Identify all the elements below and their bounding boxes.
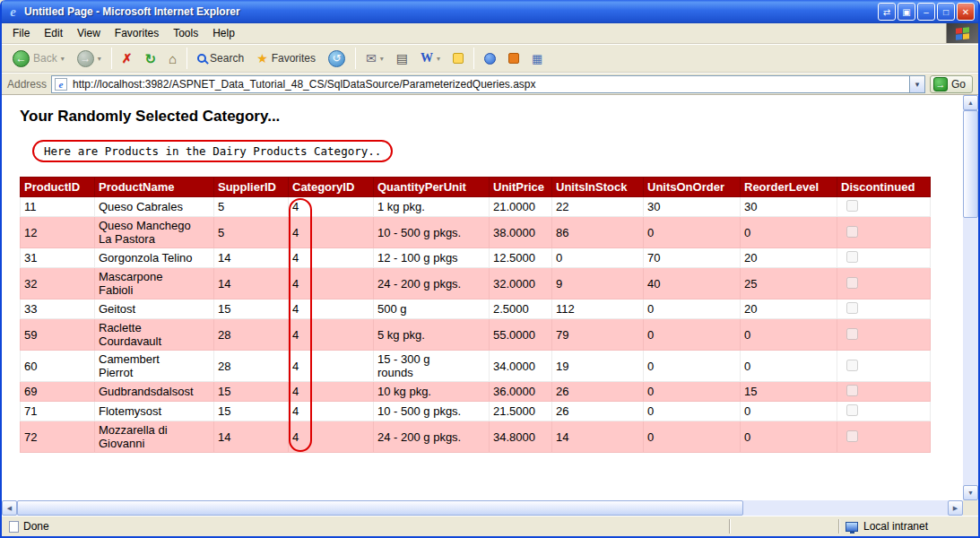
cell-productid: 71 bbox=[21, 402, 95, 421]
header-unitsinstock: UnitsInStock bbox=[552, 178, 644, 197]
cell-unitsinstock: 79 bbox=[552, 319, 644, 351]
home-button[interactable]: ⌂ bbox=[163, 49, 182, 68]
menu-view[interactable]: View bbox=[70, 25, 108, 41]
favorites-label: Favorites bbox=[272, 52, 316, 65]
address-input-container: e ▾ bbox=[51, 75, 925, 93]
close-button[interactable]: ✕ bbox=[957, 3, 975, 21]
cell-quantityperunit: 5 kg pkg. bbox=[374, 319, 490, 351]
cell-quantityperunit: 1 kg pkg. bbox=[374, 197, 490, 217]
stop-button[interactable]: ✗ bbox=[117, 49, 138, 67]
mail-dropdown-icon[interactable]: ▾ bbox=[380, 55, 384, 63]
window-restore-button[interactable]: ▣ bbox=[898, 3, 915, 21]
toolbar-separator bbox=[473, 48, 474, 69]
menu-bar: File Edit View Favorites Tools Help bbox=[2, 23, 978, 44]
stop-icon: ✗ bbox=[122, 52, 133, 65]
scroll-left-button[interactable]: ◀ bbox=[2, 500, 17, 516]
discontinued-checkbox bbox=[846, 302, 858, 314]
windows-flag-icon bbox=[956, 27, 969, 40]
address-bar: Address e ▾ → Go bbox=[2, 73, 978, 95]
cell-unitprice: 12.5000 bbox=[490, 248, 552, 268]
cell-discontinued bbox=[837, 402, 931, 421]
header-categoryid: CategoryID bbox=[289, 178, 374, 197]
research-button[interactable]: ▦ bbox=[526, 49, 548, 68]
vertical-scrollbar[interactable]: ▲ ▼ bbox=[963, 95, 978, 500]
table-row: 12Queso Manchego La Pastora5410 - 500 g … bbox=[21, 217, 931, 248]
discuss-button[interactable] bbox=[447, 50, 469, 66]
menu-help[interactable]: Help bbox=[205, 25, 242, 41]
cell-productname: Gudbrandsdalsost bbox=[95, 382, 214, 402]
cell-supplierid: 5 bbox=[214, 197, 289, 217]
address-dropdown-button[interactable]: ▾ bbox=[909, 76, 924, 92]
cell-categoryid: 4 bbox=[289, 402, 374, 421]
vertical-scroll-thumb[interactable] bbox=[963, 110, 978, 218]
cell-unitsonorder: 0 bbox=[644, 319, 741, 351]
refresh-icon: ↻ bbox=[144, 52, 156, 65]
header-productid: ProductID bbox=[21, 178, 95, 197]
refresh-button[interactable]: ↻ bbox=[139, 49, 161, 68]
cell-unitprice: 34.0000 bbox=[490, 351, 552, 382]
cell-quantityperunit: 24 - 200 g pkgs. bbox=[374, 268, 490, 299]
vertical-scroll-track[interactable] bbox=[963, 110, 978, 485]
menu-tools[interactable]: Tools bbox=[166, 25, 205, 41]
cell-supplierid: 15 bbox=[214, 382, 289, 402]
cell-unitprice: 38.0000 bbox=[490, 217, 552, 248]
word-icon: W bbox=[421, 52, 433, 65]
discontinued-checkbox bbox=[846, 430, 858, 442]
header-quantityperunit: QuantityPerUnit bbox=[374, 178, 490, 197]
horizontal-scroll-track[interactable] bbox=[17, 500, 948, 516]
menu-file[interactable]: File bbox=[5, 25, 37, 41]
cell-unitsonorder: 0 bbox=[644, 402, 741, 421]
edit-dropdown-icon[interactable]: ▾ bbox=[437, 55, 440, 63]
go-button[interactable]: → Go bbox=[930, 75, 973, 93]
cell-reorderlevel: 30 bbox=[741, 197, 837, 217]
scroll-up-button[interactable]: ▲ bbox=[963, 95, 978, 110]
menu-edit[interactable]: Edit bbox=[37, 25, 70, 41]
cell-discontinued bbox=[837, 319, 931, 351]
maximize-button[interactable]: □ bbox=[937, 3, 955, 21]
menu-favorites[interactable]: Favorites bbox=[108, 25, 166, 41]
cell-unitsonorder: 0 bbox=[644, 299, 741, 319]
cell-supplierid: 14 bbox=[214, 248, 289, 268]
mail-button[interactable]: ✉ ▾ bbox=[360, 49, 389, 67]
minimize-button[interactable]: – bbox=[917, 3, 935, 21]
cell-reorderlevel: 20 bbox=[741, 299, 837, 319]
cell-unitsinstock: 26 bbox=[552, 402, 644, 421]
forward-button[interactable]: → ▾ bbox=[72, 48, 107, 70]
address-input[interactable] bbox=[71, 77, 909, 91]
messenger-button[interactable] bbox=[479, 50, 501, 67]
category-message: Here are Products in the Dairy Products … bbox=[44, 144, 381, 158]
favorites-button[interactable]: ★ Favorites bbox=[251, 49, 321, 67]
cell-productid: 32 bbox=[21, 268, 95, 299]
cell-quantityperunit: 15 - 300 g rounds bbox=[374, 351, 490, 382]
status-empty-panel bbox=[731, 516, 838, 536]
header-unitsonorder: UnitsOnOrder bbox=[644, 178, 741, 197]
search-button[interactable]: Search bbox=[192, 49, 249, 67]
page-icon: e bbox=[55, 78, 67, 91]
back-button[interactable]: ← Back ▾ bbox=[7, 48, 70, 70]
browser-viewport: Your Randomly Selected Category... Here … bbox=[2, 95, 978, 516]
scroll-right-button[interactable]: ▶ bbox=[948, 500, 963, 516]
grid-icon: ▦ bbox=[532, 52, 542, 65]
discontinued-checkbox bbox=[846, 251, 858, 263]
scroll-down-button[interactable]: ▼ bbox=[963, 485, 978, 500]
header-productname: ProductName bbox=[95, 178, 214, 197]
cell-supplierid: 15 bbox=[214, 299, 289, 319]
history-icon: ↺ bbox=[328, 50, 345, 67]
discontinued-checkbox bbox=[846, 385, 858, 396]
cell-unitsinstock: 86 bbox=[552, 217, 644, 248]
cell-reorderlevel: 0 bbox=[741, 351, 837, 382]
address-label: Address bbox=[7, 78, 47, 91]
history-button[interactable]: ↺ bbox=[323, 48, 351, 70]
media-button[interactable] bbox=[503, 50, 525, 66]
print-button[interactable]: ▤ bbox=[391, 49, 413, 67]
horizontal-scroll-thumb[interactable] bbox=[17, 500, 743, 516]
edit-with-word-button[interactable]: W ▾ bbox=[415, 49, 446, 67]
window-arrows-button[interactable]: ⇄ bbox=[878, 3, 896, 21]
cell-unitprice: 21.5000 bbox=[490, 402, 552, 421]
back-label: Back bbox=[33, 52, 57, 65]
horizontal-scrollbar[interactable]: ◀ ▶ bbox=[2, 500, 963, 516]
forward-dropdown-icon[interactable]: ▾ bbox=[98, 55, 101, 63]
home-icon: ⌂ bbox=[169, 52, 177, 65]
back-dropdown-icon[interactable]: ▾ bbox=[61, 55, 65, 63]
go-label: Go bbox=[951, 78, 966, 91]
